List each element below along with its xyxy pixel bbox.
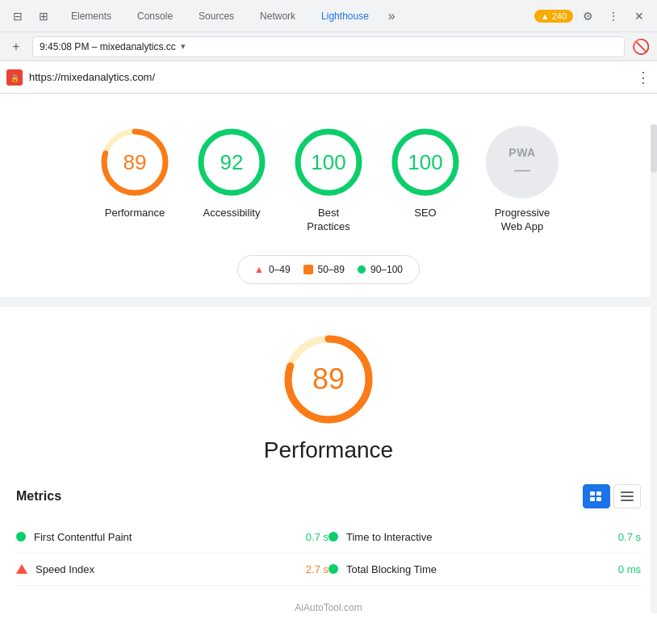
big-performance-circle: 89 bbox=[280, 331, 377, 428]
accessibility-label: Accessibility bbox=[203, 207, 261, 220]
address-dropdown[interactable]: ▾ bbox=[181, 41, 186, 52]
more-options-btn[interactable]: ⋮ bbox=[602, 5, 625, 27]
pwa-label: Progressive Web App bbox=[495, 207, 550, 234]
seo-label: SEO bbox=[414, 207, 436, 220]
legend-average: 50–89 bbox=[303, 264, 345, 275]
legend-square-icon bbox=[303, 265, 313, 274]
tab-lighthouse[interactable]: Lighthouse bbox=[308, 0, 382, 32]
performance-circle: 89 bbox=[98, 126, 171, 199]
big-performance-label: Performance bbox=[264, 437, 393, 463]
tti-name: Time to Interactive bbox=[346, 531, 610, 543]
url-text: https://mixedanalytics.com/ bbox=[29, 71, 630, 83]
tbt-name: Total Blocking Time bbox=[346, 563, 610, 575]
accessibility-circle: 92 bbox=[195, 126, 268, 199]
si-indicator bbox=[16, 564, 27, 574]
tab-sources[interactable]: Sources bbox=[186, 0, 247, 32]
metrics-view-btns bbox=[583, 484, 641, 508]
fcp-value: 0.7 s bbox=[306, 531, 328, 543]
close-devtools-btn[interactable]: ✕ bbox=[628, 5, 651, 27]
score-performance: 89 Performance bbox=[94, 126, 175, 220]
score-pwa: PWA — Progressive Web App bbox=[482, 126, 563, 234]
watermark: AiAutoTool.com bbox=[16, 599, 641, 613]
big-performance-score: 89 bbox=[312, 362, 345, 396]
legend-fail: ▲ 0–49 bbox=[254, 264, 291, 275]
metrics-grid: First Contentful Paint 0.7 s Time to Int… bbox=[16, 521, 641, 586]
more-tabs-btn[interactable]: » bbox=[382, 0, 402, 32]
svg-rect-12 bbox=[590, 491, 595, 496]
address-text: 9:45:08 PM – mixedanalytics.cc bbox=[40, 41, 176, 52]
tab-network[interactable]: Network bbox=[247, 0, 308, 32]
tbt-indicator bbox=[328, 564, 338, 574]
tti-indicator bbox=[328, 532, 338, 542]
seo-score: 100 bbox=[408, 150, 442, 175]
metrics-header: Metrics bbox=[16, 484, 641, 508]
metrics-section: Metrics First Contentful Paint 0.7 s bbox=[16, 471, 641, 599]
performance-label: Performance bbox=[105, 207, 165, 220]
accessibility-score: 92 bbox=[220, 150, 244, 175]
score-best-practices: 100 Best Practices bbox=[288, 126, 369, 234]
legend-pass: 90–100 bbox=[358, 264, 403, 275]
metric-si: Speed Index 2.7 s bbox=[16, 554, 328, 586]
metric-tbt: Total Blocking Time 0 ms bbox=[328, 554, 641, 586]
svg-rect-18 bbox=[621, 500, 634, 501]
settings-btn[interactable]: ⚙ bbox=[576, 5, 599, 27]
seo-circle: 100 bbox=[389, 126, 462, 199]
address-bar-input[interactable]: 9:45:08 PM – mixedanalytics.cc ▾ bbox=[32, 36, 625, 57]
svg-rect-17 bbox=[621, 496, 634, 497]
device-toggle-btn[interactable]: ⊟ bbox=[6, 5, 29, 27]
warning-badge: ▲ 240 bbox=[534, 10, 573, 23]
address-bar-row: + 9:45:08 PM – mixedanalytics.cc ▾ 🚫 bbox=[0, 32, 657, 61]
tbt-value: 0 ms bbox=[618, 563, 641, 575]
best-practices-score: 100 bbox=[311, 150, 345, 175]
fcp-indicator bbox=[16, 532, 26, 542]
pwa-dash: — bbox=[514, 161, 530, 179]
metrics-title: Metrics bbox=[16, 489, 61, 504]
legend-container: ▲ 0–49 50–89 90–100 bbox=[16, 255, 641, 284]
metrics-list-view-btn[interactable] bbox=[613, 484, 641, 508]
url-more-btn[interactable]: ⋮ bbox=[636, 69, 651, 86]
no-cache-btn[interactable]: 🚫 bbox=[631, 37, 651, 56]
legend-circle-icon bbox=[358, 266, 366, 274]
best-practices-circle: 100 bbox=[292, 126, 365, 199]
tab-elements[interactable]: Elements bbox=[58, 0, 124, 32]
devtools-window: ⊟ ⊞ Elements Console Sources Network Lig… bbox=[0, 0, 657, 613]
legend-fail-label: 0–49 bbox=[269, 264, 291, 275]
legend-triangle-icon: ▲ bbox=[254, 264, 264, 275]
tab-console[interactable]: Console bbox=[124, 0, 186, 32]
fcp-name: First Contentful Paint bbox=[34, 531, 298, 543]
tti-value: 0.7 s bbox=[618, 531, 641, 543]
si-value: 2.7 s bbox=[306, 563, 328, 575]
pwa-text: PWA bbox=[508, 146, 535, 159]
svg-rect-15 bbox=[596, 497, 601, 501]
scrollbar-thumb[interactable] bbox=[651, 124, 657, 173]
metric-tti: Time to Interactive 0.7 s bbox=[328, 521, 641, 554]
metric-fcp: First Contentful Paint 0.7 s bbox=[16, 521, 328, 554]
big-score-section: 89 Performance bbox=[16, 307, 641, 471]
new-tab-btn[interactable]: + bbox=[6, 37, 26, 56]
svg-rect-14 bbox=[590, 497, 595, 501]
pwa-circle: PWA — bbox=[486, 126, 559, 199]
section-divider bbox=[0, 297, 657, 307]
scrollbar[interactable] bbox=[651, 124, 657, 613]
performance-score: 89 bbox=[123, 150, 147, 175]
svg-rect-16 bbox=[621, 491, 634, 493]
lighthouse-content: 89 Performance 92 Accessibility bbox=[0, 94, 657, 613]
legend-average-label: 50–89 bbox=[318, 264, 345, 275]
scores-section: 89 Performance 92 Accessibility bbox=[16, 110, 641, 242]
legend-pass-label: 90–100 bbox=[370, 264, 403, 275]
score-accessibility: 92 Accessibility bbox=[191, 126, 272, 220]
legend-box: ▲ 0–49 50–89 90–100 bbox=[237, 255, 420, 284]
svg-rect-13 bbox=[596, 491, 601, 496]
devtools-titlebar: ⊟ ⊞ Elements Console Sources Network Lig… bbox=[0, 0, 657, 32]
favicon: 🔒 bbox=[6, 69, 23, 86]
devtools-tabs: Elements Console Sources Network Lightho… bbox=[58, 0, 651, 32]
dock-btn[interactable]: ⊞ bbox=[32, 5, 55, 27]
svg-text:🔒: 🔒 bbox=[10, 73, 20, 83]
score-seo: 100 SEO bbox=[385, 126, 466, 220]
metrics-grid-view-btn[interactable] bbox=[583, 484, 610, 508]
best-practices-label: Best Practices bbox=[307, 207, 349, 234]
si-name: Speed Index bbox=[36, 563, 298, 575]
url-bar-row: 🔒 https://mixedanalytics.com/ ⋮ bbox=[0, 61, 657, 94]
